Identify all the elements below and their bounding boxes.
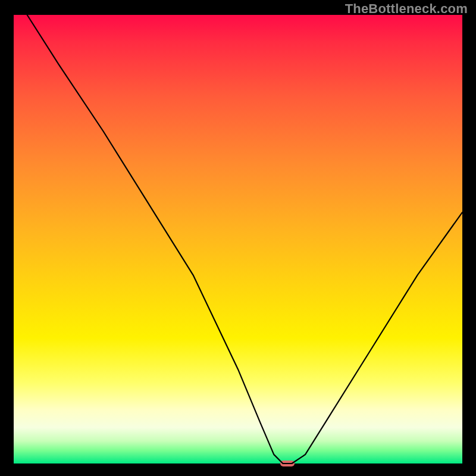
chart-frame: TheBottleneck.com <box>0 0 476 476</box>
bottleneck-curve <box>14 15 462 464</box>
plot-area <box>14 15 462 464</box>
curve-path <box>27 15 462 464</box>
